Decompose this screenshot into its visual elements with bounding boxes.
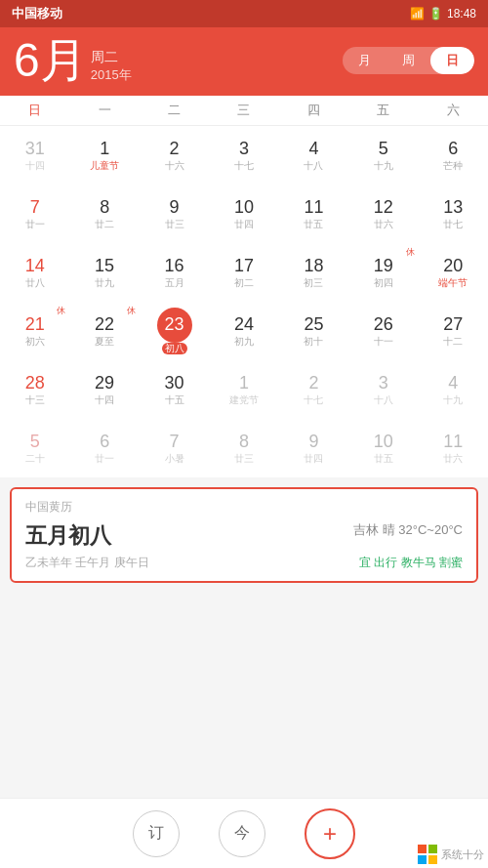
cal-day-21[interactable]: 休 21初六 xyxy=(0,302,69,360)
cal-day-3-jul[interactable]: 3十八 xyxy=(348,360,418,419)
cal-day-2[interactable]: 2十六 xyxy=(140,126,209,185)
weekday-fri: 五 xyxy=(348,96,418,125)
subscribe-label: 订 xyxy=(148,823,164,844)
battery-icon: 🔋 xyxy=(428,7,443,21)
cal-day-5-jul[interactable]: 5二十 xyxy=(0,419,69,477)
cal-day-16[interactable]: 16五月 xyxy=(140,243,209,302)
signal-icon: 📶 xyxy=(410,7,425,21)
header-sub-info: 周二 2015年 xyxy=(91,49,132,84)
info-sub-row: 乙未羊年 壬午月 庚午日 宜 出行 教牛马 割蜜 xyxy=(25,555,463,571)
info-date-main: 五月初八 xyxy=(25,521,111,551)
watermark: 系统十分 xyxy=(418,845,484,864)
cal-day-14[interactable]: 14廿八 xyxy=(0,243,69,302)
cal-day-28[interactable]: 28十三 xyxy=(0,360,69,419)
info-year: 乙未羊年 壬午月 庚午日 xyxy=(25,555,149,571)
header-date: 6月 周二 2015年 xyxy=(14,37,132,84)
cal-day-29[interactable]: 29十四 xyxy=(69,360,139,419)
cal-day-6-jul[interactable]: 6廿一 xyxy=(69,419,139,477)
cal-day-30[interactable]: 30十五 xyxy=(140,360,209,419)
info-weather: 吉林 晴 32°C~20°C xyxy=(353,521,463,539)
info-auspicious: 宜 出行 教牛马 割蜜 xyxy=(359,555,463,571)
weekday-header: 日 一 二 三 四 五 六 xyxy=(0,96,488,126)
cal-day-1-jun[interactable]: 1儿童节 xyxy=(69,126,139,185)
cal-day-3[interactable]: 3十七 xyxy=(209,126,278,185)
add-button[interactable]: + xyxy=(305,808,355,859)
info-main-row: 五月初八 吉林 晴 32°C~20°C xyxy=(25,521,463,551)
cal-day-15[interactable]: 15廿九 xyxy=(69,243,139,302)
calendar-grid: 31十四 1儿童节 2十六 3十七 4十八 5十九 6芒种 7廿一 8廿二 9廿… xyxy=(0,126,488,477)
cal-day-8[interactable]: 8廿二 xyxy=(69,185,139,243)
temp-range: 32°C~20°C xyxy=(398,522,463,537)
cal-day-6[interactable]: 6芒种 xyxy=(419,126,488,185)
weekday-tue: 二 xyxy=(140,96,209,125)
month-label: 6月 xyxy=(14,37,87,84)
weekday-mon: 一 xyxy=(69,96,139,125)
cal-day-4[interactable]: 4十八 xyxy=(279,126,348,185)
cal-day-24[interactable]: 24初九 xyxy=(209,302,278,360)
cal-day-10-jul[interactable]: 10廿五 xyxy=(348,419,418,477)
cal-day-22[interactable]: 休 22夏至 xyxy=(69,302,139,360)
weather-desc: 晴 xyxy=(383,522,399,537)
cal-day-19[interactable]: 休 19初四 xyxy=(348,243,418,302)
view-week-btn[interactable]: 周 xyxy=(386,47,430,74)
calendar-header: 6月 周二 2015年 月 周 日 xyxy=(0,27,488,96)
cal-day-10[interactable]: 10廿四 xyxy=(209,185,278,243)
time-label: 18:48 xyxy=(447,7,476,21)
cal-day-2-jul[interactable]: 2十七 xyxy=(279,360,348,419)
bottom-bar: 订 今 + xyxy=(0,798,488,868)
weekday-wed: 三 xyxy=(209,96,278,125)
add-icon: + xyxy=(323,820,337,847)
cal-day-27[interactable]: 27十二 xyxy=(419,302,488,360)
cal-day-17[interactable]: 17初二 xyxy=(209,243,278,302)
status-icons: 📶 🔋 18:48 xyxy=(410,7,476,21)
year-label: 2015年 xyxy=(91,66,132,84)
view-day-btn[interactable]: 日 xyxy=(430,47,474,74)
carrier-label: 中国移动 xyxy=(12,5,62,22)
cal-day-9[interactable]: 9廿三 xyxy=(140,185,209,243)
windows-logo-icon xyxy=(418,845,437,864)
cal-day-5[interactable]: 5十九 xyxy=(348,126,418,185)
cal-day-7-jul[interactable]: 7小暑 xyxy=(140,419,209,477)
cal-day-7[interactable]: 7廿一 xyxy=(0,185,69,243)
calendar-section: 日 一 二 三 四 五 六 31十四 1儿童节 2十六 3十七 4十八 5十九 … xyxy=(0,96,488,477)
view-switcher[interactable]: 月 周 日 xyxy=(343,47,474,74)
cal-day-9-jul[interactable]: 9廿四 xyxy=(279,419,348,477)
cal-day-31[interactable]: 31十四 xyxy=(0,126,69,185)
weekday-sat: 六 xyxy=(419,96,488,125)
weekday-sun: 日 xyxy=(0,96,69,125)
cal-day-8-jul[interactable]: 8廿三 xyxy=(209,419,278,477)
today-label: 今 xyxy=(234,823,250,844)
cal-day-25[interactable]: 25初十 xyxy=(279,302,348,360)
watermark-text: 系统十分 xyxy=(441,847,484,862)
weather-location: 吉林 xyxy=(353,522,379,537)
status-bar: 中国移动 📶 🔋 18:48 xyxy=(0,0,488,27)
subscribe-button[interactable]: 订 xyxy=(133,810,180,857)
cal-day-26[interactable]: 26十一 xyxy=(348,302,418,360)
cal-day-18[interactable]: 18初三 xyxy=(279,243,348,302)
info-label: 中国黄历 xyxy=(25,499,463,516)
cal-day-11-jul[interactable]: 11廿六 xyxy=(419,419,488,477)
weekday-label: 周二 xyxy=(91,49,132,66)
today-button[interactable]: 今 xyxy=(219,810,265,857)
cal-day-13[interactable]: 13廿七 xyxy=(419,185,488,243)
cal-day-23-today[interactable]: 23 初八 xyxy=(140,302,209,360)
cal-day-4-jul[interactable]: 4十九 xyxy=(419,360,488,419)
cal-day-11[interactable]: 11廿五 xyxy=(279,185,348,243)
info-panel: 中国黄历 五月初八 吉林 晴 32°C~20°C 乙未羊年 壬午月 庚午日 宜 … xyxy=(10,487,478,583)
cal-day-20[interactable]: 20端午节 xyxy=(419,243,488,302)
weekday-thu: 四 xyxy=(279,96,348,125)
cal-day-12[interactable]: 12廿六 xyxy=(348,185,418,243)
view-month-btn[interactable]: 月 xyxy=(343,47,386,74)
cal-day-1-jul[interactable]: 1建党节 xyxy=(209,360,278,419)
